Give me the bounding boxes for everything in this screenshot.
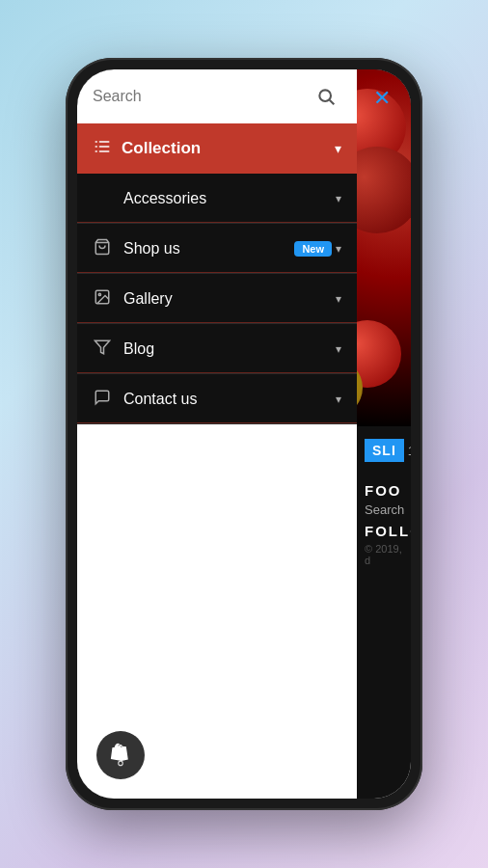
svg-line-1: [330, 100, 335, 105]
gallery-icon: [93, 288, 112, 310]
phone-screen: Collection ▾ Accessories ▾ Shop us: [77, 69, 411, 799]
shopify-logo: [96, 731, 145, 779]
slide-area: SLI 1/2 ❯: [357, 426, 411, 475]
svg-rect-5: [99, 146, 110, 148]
menu-panel: Collection ▾ Accessories ▾ Shop us: [77, 69, 357, 799]
svg-point-13: [119, 762, 122, 765]
footer-copyright: © 2019, d: [365, 543, 403, 566]
svg-rect-2: [95, 141, 98, 143]
search-input[interactable]: [93, 88, 311, 105]
search-icon[interactable]: [311, 81, 341, 112]
right-footer: FOO Search FOLLO © 2019, d: [357, 475, 411, 799]
accessories-chevron: ▾: [336, 192, 341, 205]
list-icon: [93, 137, 112, 161]
shopping-icon: [93, 238, 112, 259]
collection-chevron: ▾: [335, 141, 341, 156]
close-button[interactable]: ✕: [366, 83, 397, 114]
search-bar: [77, 69, 357, 123]
menu-item-collection[interactable]: Collection ▾: [77, 123, 357, 174]
menu-item-blog[interactable]: Blog ▾: [77, 324, 357, 374]
ornament-3: [357, 320, 401, 388]
shop-us-label: Shop us: [123, 240, 286, 258]
menu-item-shop-us[interactable]: Shop us New ▾: [77, 224, 357, 274]
gallery-label: Gallery: [123, 290, 336, 308]
menu-item-gallery[interactable]: Gallery ▾: [77, 274, 357, 324]
svg-point-0: [319, 90, 331, 101]
shop-us-chevron: ▾: [336, 242, 341, 256]
right-panel: ✕ SLI 1/2 ❯ FOO Search FOLLO: [357, 69, 411, 799]
svg-point-10: [98, 293, 100, 295]
svg-marker-11: [95, 340, 110, 354]
phone-frame: Collection ▾ Accessories ▾ Shop us: [66, 58, 422, 810]
collection-label: Collection: [122, 139, 335, 158]
footer-search-label: Search: [365, 502, 403, 517]
contact-label: Contact us: [123, 391, 336, 408]
contact-chevron: ▾: [336, 393, 341, 406]
footer-follow-label: FOLLO: [365, 523, 403, 539]
blog-label: Blog: [123, 340, 336, 358]
svg-rect-3: [99, 141, 110, 143]
slide-counter: 1/2: [408, 444, 411, 458]
blog-icon: [93, 339, 112, 360]
ornament-2: [357, 147, 411, 233]
new-badge: New: [294, 241, 332, 257]
gallery-chevron: ▾: [336, 292, 341, 306]
slide-label: SLI: [365, 439, 404, 462]
menu-item-accessories[interactable]: Accessories ▾: [77, 174, 357, 224]
footer-foo-label: FOO: [365, 482, 403, 499]
menu-item-contact[interactable]: Contact us ▾: [77, 374, 357, 424]
blog-chevron: ▾: [336, 342, 341, 356]
svg-rect-4: [95, 146, 98, 148]
svg-rect-7: [99, 150, 110, 152]
ornaments-image: [357, 69, 411, 426]
accessories-label: Accessories: [123, 190, 336, 207]
svg-rect-6: [95, 150, 98, 152]
chat-icon: [93, 389, 112, 410]
